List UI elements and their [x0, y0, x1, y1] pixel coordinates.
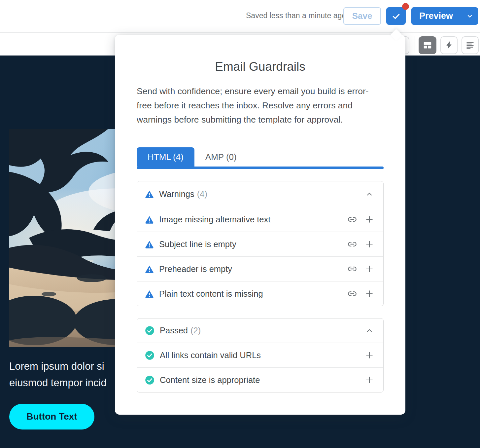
passed-count: (2): [190, 326, 201, 335]
chevron-down-icon: [466, 13, 473, 20]
layout-icon: [423, 40, 432, 50]
passed-title: Passed: [160, 326, 188, 335]
link-icon: [348, 240, 357, 249]
warning-triangle-icon: [145, 240, 154, 249]
expand-passed-button[interactable]: [363, 349, 375, 361]
warning-item: Subject line is empty: [137, 232, 383, 256]
top-bar: Saved less than a minute ago Save Previe…: [0, 0, 480, 33]
description-line-3: warnings before submitting the template …: [137, 113, 369, 127]
plus-icon: [364, 350, 374, 360]
tab-html[interactable]: HTML (4): [137, 147, 194, 167]
warning-label: Image missing alternative text: [159, 215, 270, 224]
saved-status: Saved less than a minute ago: [246, 11, 346, 20]
plus-icon: [364, 264, 374, 274]
warning-label: Plain text content is missing: [159, 289, 263, 299]
warnings-header[interactable]: Warnings (4): [137, 181, 383, 207]
warning-triangle-icon: [145, 265, 154, 274]
popover-title: Email Guardrails: [115, 60, 405, 74]
plus-icon: [364, 239, 374, 249]
passed-item: All links contain valid URLs: [137, 343, 383, 367]
passed-label: Content size is appropriate: [160, 375, 260, 385]
guardrails-check-button[interactable]: [386, 7, 406, 25]
passed-card: Passed (2) All links contain valid URLs …: [137, 318, 384, 392]
expand-warning-button[interactable]: [363, 263, 375, 275]
warning-triangle-icon: [145, 190, 154, 199]
email-cta-button[interactable]: Button Text: [9, 404, 94, 429]
warning-item: Preheader is empty: [137, 256, 383, 281]
preview-button[interactable]: Preview: [411, 7, 461, 25]
passed-header[interactable]: Passed (2): [137, 318, 383, 343]
email-body-line-2: eiusmod tempor incid: [9, 375, 107, 391]
plus-icon: [364, 214, 374, 224]
locate-warning-button[interactable]: [346, 263, 358, 275]
check-circle-icon: [145, 375, 154, 385]
preview-button-group: Preview: [411, 7, 478, 25]
warnings-card: Warnings (4) Image missing alternative t…: [137, 181, 384, 306]
locate-warning-button[interactable]: [346, 213, 358, 225]
description-line-2: free before it reaches the inbox. Resolv…: [137, 98, 369, 113]
tab-amp[interactable]: AMP (0): [194, 147, 248, 167]
layout-view-button[interactable]: [419, 36, 436, 54]
save-button-label: Save: [352, 11, 372, 21]
preview-dropdown-button[interactable]: [461, 7, 478, 25]
passed-label: All links contain valid URLs: [160, 351, 261, 360]
guardrails-tabs: HTML (4) AMP (0): [137, 147, 384, 169]
plus-icon: [364, 375, 374, 385]
description-line-1: Send with confidence; ensure every email…: [137, 84, 369, 98]
locate-warning-button[interactable]: [346, 288, 358, 300]
link-icon: [348, 264, 357, 274]
email-body-text[interactable]: Lorem ipsum dolor si eiusmod tempor inci…: [9, 358, 107, 391]
expand-warning-button[interactable]: [363, 288, 375, 300]
link-icon: [348, 215, 357, 224]
toolbar-divider: [415, 36, 415, 53]
checkmark-icon: [391, 11, 401, 21]
warning-triangle-icon: [145, 215, 154, 224]
expand-passed-button[interactable]: [363, 374, 375, 386]
plus-icon: [364, 289, 374, 299]
warning-label: Preheader is empty: [159, 264, 232, 274]
warning-label: Subject line is empty: [159, 240, 236, 249]
check-circle-icon: [145, 351, 154, 360]
warning-item: Plain text content is missing: [137, 281, 383, 306]
align-left-icon: [465, 41, 475, 50]
locate-warning-button[interactable]: [346, 238, 358, 250]
warning-item: Image missing alternative text: [137, 207, 383, 232]
tab-underline: [137, 167, 384, 169]
popover-description: Send with confidence; ensure every email…: [137, 84, 369, 127]
quick-actions-button[interactable]: [440, 36, 458, 54]
passed-item: Content size is appropriate: [137, 367, 383, 392]
warnings-count: (4): [197, 189, 207, 199]
collapse-passed-button[interactable]: [363, 325, 375, 337]
check-circle-icon: [145, 326, 154, 335]
warnings-title: Warnings: [159, 189, 194, 199]
expand-warning-button[interactable]: [363, 238, 375, 250]
email-guardrails-popover: Email Guardrails Send with confidence; e…: [115, 35, 405, 415]
link-icon: [348, 289, 357, 298]
expand-warning-button[interactable]: [363, 213, 375, 225]
text-blocks-button[interactable]: [462, 36, 479, 54]
lightning-icon: [445, 41, 453, 50]
save-button[interactable]: Save: [343, 7, 381, 25]
notification-badge: [402, 3, 409, 10]
email-body-line-1: Lorem ipsum dolor si: [9, 358, 107, 375]
warning-triangle-icon: [145, 289, 154, 298]
collapse-warnings-button[interactable]: [363, 188, 375, 200]
